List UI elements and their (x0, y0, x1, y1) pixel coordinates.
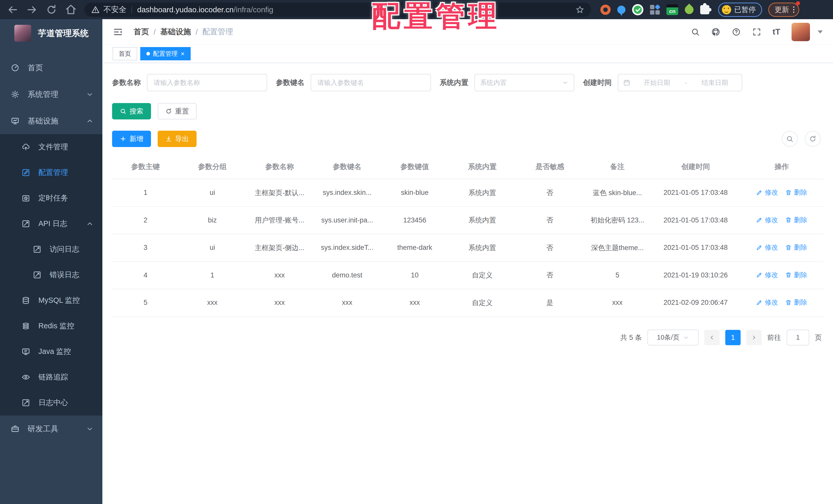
date-start-placeholder[interactable]: 开始日期 (635, 78, 679, 87)
toggle-search-button[interactable] (782, 131, 798, 147)
sidebar-item-mysql-monitor[interactable]: MySQL 监控 (0, 288, 102, 313)
browser-menu-icon[interactable] (793, 6, 794, 13)
date-range-picker[interactable]: 开始日期 - 结束日期 (618, 74, 742, 91)
update-button[interactable]: 更新 (768, 3, 799, 17)
edit-link[interactable]: 修改 (756, 216, 778, 225)
reload-icon[interactable] (46, 4, 57, 16)
extensions-puzzle-icon[interactable] (700, 5, 709, 14)
home-icon[interactable] (65, 4, 77, 16)
table-cell-actions: 修改删除 (740, 234, 823, 261)
system-builtin-select[interactable]: 系统内置 (474, 74, 574, 91)
address-bar[interactable]: 不安全 dashboard.yudao.iocoder.cn /infra/co… (85, 3, 591, 17)
sidebar-item-scheduled-jobs[interactable]: 定时任务 (0, 185, 102, 211)
delete-link[interactable]: 删除 (785, 298, 807, 307)
sidebar-item-error-log[interactable]: 错误日志 (0, 262, 102, 288)
table-cell: skin-blue (381, 179, 448, 207)
redis-stack-icon (22, 322, 30, 330)
table-cell: 主框架页-默认... (246, 179, 313, 207)
delete-link[interactable]: 删除 (785, 216, 807, 225)
page-size-select[interactable]: 10条/页 (647, 330, 699, 346)
log-pen-icon (33, 245, 42, 254)
add-button[interactable]: 新增 (112, 131, 151, 147)
breadcrumb-infra[interactable]: 基础设施 (160, 27, 191, 37)
edit-pen-icon (756, 299, 763, 306)
sidebar-item-api-log[interactable]: API 日志 (0, 211, 102, 236)
sidebar-item-infra[interactable]: 基础设施 (0, 108, 102, 134)
table-row: 3ui主框架页-侧边...sys.index.sideT...theme-dar… (112, 234, 823, 261)
param-name-input[interactable] (147, 74, 267, 91)
table-cell: 3 (112, 234, 179, 261)
delete-link[interactable]: 删除 (785, 271, 807, 279)
github-icon[interactable] (711, 27, 720, 36)
sidebar-item-access-log[interactable]: 访问日志 (0, 236, 102, 262)
sidebar-item-file-manage[interactable]: 文件管理 (0, 134, 102, 160)
trash-icon (785, 299, 792, 306)
chevron-down-icon (86, 425, 94, 433)
edit-link[interactable]: 修改 (756, 243, 778, 252)
refresh-button[interactable] (805, 131, 821, 147)
url-divider (132, 6, 132, 14)
bookmark-star-icon[interactable] (575, 5, 585, 14)
user-menu-caret-icon[interactable] (818, 30, 823, 33)
extension-grid-icon[interactable] (650, 5, 660, 15)
gear-icon (11, 90, 20, 99)
date-end-placeholder[interactable]: 结束日期 (692, 78, 737, 87)
extension-blue-pin-icon[interactable] (617, 6, 625, 14)
extension-green-check-icon[interactable] (632, 4, 643, 15)
url-host[interactable]: dashboard.yudao.iocoder.cn (137, 5, 234, 14)
url-path[interactable]: /infra/config (234, 5, 273, 14)
sidebar-item-tracing[interactable]: 链路追踪 (0, 364, 102, 390)
sidebar-collapse-icon[interactable] (113, 27, 123, 37)
sidebar-item-java-monitor[interactable]: Java 监控 (0, 339, 102, 364)
breadcrumb-home[interactable]: 首页 (134, 27, 149, 37)
table-cell: 系统内置 (448, 234, 516, 261)
table-cell: theme-dark (381, 234, 448, 261)
table-cell: 10 (381, 261, 448, 289)
table-cell: 主框架页-侧边... (246, 234, 313, 261)
col-builtin: 系统内置 (448, 155, 516, 179)
table-cell: xxx (246, 261, 313, 289)
sidebar-item-home[interactable]: 首页 (0, 54, 102, 81)
prev-page-button[interactable] (704, 330, 720, 345)
table-cell-actions: 修改删除 (740, 289, 823, 317)
back-icon[interactable] (7, 4, 19, 16)
edit-link[interactable]: 修改 (756, 298, 778, 307)
extension-orange-donut-icon[interactable] (600, 5, 611, 15)
param-key-label: 参数键名 (276, 78, 305, 87)
tab-config-manage[interactable]: 配置管理 × (140, 47, 191, 60)
timer-icon (22, 194, 30, 203)
delete-link[interactable]: 删除 (785, 243, 807, 252)
font-size-icon[interactable]: tT (772, 27, 780, 36)
edit-link[interactable]: 修改 (756, 271, 778, 279)
sidebar-logo[interactable]: 芋道管理系统 (0, 19, 102, 47)
table-cell: 2021-01-05 17:03:48 (651, 207, 740, 234)
page-unit-label: 页 (815, 333, 822, 342)
search-button[interactable]: 搜索 (112, 103, 151, 120)
sidebar-item-log-center[interactable]: 日志中心 (0, 390, 102, 415)
sidebar-item-dev-tools[interactable]: 研发工具 (0, 415, 102, 442)
goto-page-input[interactable] (787, 330, 809, 346)
paused-badge[interactable]: 已暂停 (718, 3, 762, 17)
col-actions: 操作 (740, 155, 823, 179)
reset-button[interactable]: 重置 (158, 103, 196, 120)
user-avatar[interactable] (791, 23, 810, 41)
extension-cn-icon[interactable]: cn (666, 4, 678, 15)
sidebar-item-config-manage[interactable]: 配置管理 (0, 160, 102, 185)
tab-home[interactable]: 首页 (113, 47, 137, 60)
sidebar-item-redis-monitor[interactable]: Redis 监控 (0, 313, 102, 339)
fullscreen-icon[interactable] (752, 27, 761, 36)
security-label[interactable]: 不安全 (103, 4, 126, 15)
current-page-button[interactable]: 1 (725, 330, 741, 345)
help-icon[interactable] (732, 27, 741, 36)
tab-close-icon[interactable]: × (181, 50, 185, 57)
param-key-input[interactable] (311, 74, 431, 91)
export-button[interactable]: 导出 (158, 131, 196, 147)
forward-icon[interactable] (26, 4, 38, 16)
extension-leaf-icon[interactable] (683, 3, 695, 16)
search-icon[interactable] (691, 27, 700, 36)
edit-link[interactable]: 修改 (756, 188, 778, 197)
sidebar-item-system[interactable]: 系统管理 (0, 81, 102, 108)
next-page-button[interactable] (746, 330, 762, 345)
table-cell: 2021-01-05 17:03:48 (651, 234, 740, 261)
delete-link[interactable]: 删除 (785, 188, 807, 197)
